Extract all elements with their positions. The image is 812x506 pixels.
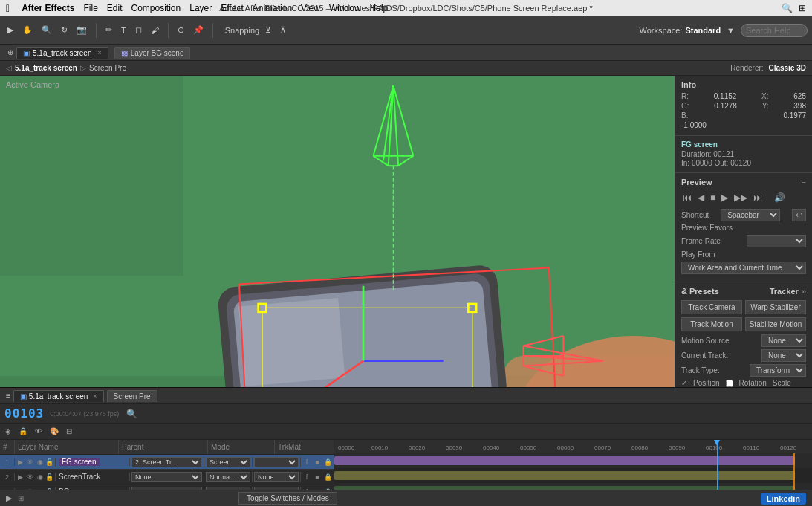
tool-hand[interactable]: ✋ xyxy=(19,24,36,36)
preview-menu-icon: ≡ xyxy=(802,178,806,186)
track-motion-btn[interactable]: Track Motion xyxy=(681,317,742,331)
renderer-label: Renderer: Classic 3D xyxy=(730,64,806,72)
layer-area: # Layer Name Parent Mode TrkMat 1 ▶ 👁 ◉ … xyxy=(0,440,812,490)
timeline-tab-1[interactable]: ▣ 5.1a_track screen × xyxy=(13,390,104,402)
timeline-area: ≡ ▣ 5.1a_track screen × Screen Pre 00103… xyxy=(0,387,812,506)
tool-puppet[interactable]: 📌 xyxy=(190,24,207,36)
comp-toggle[interactable]: ⊕ xyxy=(4,47,16,58)
tool-camera[interactable]: 📷 xyxy=(74,24,90,36)
tl-tab2-label: Screen Pre xyxy=(114,392,151,400)
workspace-value: Standard xyxy=(685,26,721,35)
layer-lock2-2[interactable]: 🔒 xyxy=(323,473,332,481)
layer-tab-label: Layer BG scene xyxy=(131,49,184,57)
layer-lock-1[interactable]: 🔓 xyxy=(45,458,53,467)
track-type-select[interactable]: Transform xyxy=(750,364,806,377)
preview-last[interactable]: ⏭ xyxy=(752,191,764,204)
status-expand-btn[interactable]: ▶ xyxy=(6,493,12,503)
layer-solo-2[interactable]: ◉ xyxy=(36,473,44,481)
tool-select[interactable]: ▶ xyxy=(4,24,16,36)
menu-file[interactable]: File xyxy=(83,3,97,13)
menu-layer[interactable]: Layer xyxy=(189,3,212,13)
tl-collapse-btn[interactable]: ⊟ xyxy=(64,426,74,436)
shortcut-dropdown[interactable]: Spacebar xyxy=(721,209,780,221)
tl-tab1-close[interactable]: × xyxy=(93,392,97,400)
timeline-toggle[interactable]: ≡ xyxy=(3,390,13,401)
layer-fx-2[interactable]: f xyxy=(302,473,311,481)
frame-rate-dropdown[interactable] xyxy=(747,235,806,247)
layer-lock2-1[interactable]: 🔒 xyxy=(323,458,332,467)
preview-prev-frame[interactable]: ◀ xyxy=(696,191,706,204)
tool-paint[interactable]: 🖌 xyxy=(148,25,162,36)
tool-anchor[interactable]: ⊕ xyxy=(175,24,187,36)
frame-rate-row: Frame Rate xyxy=(681,235,806,247)
layer-trikmat-1 xyxy=(253,457,301,467)
layer-row-1[interactable]: 1 ▶ 👁 ◉ 🔓 FG screen 2. Screen Tr... xyxy=(0,455,334,470)
comp-tab-close[interactable]: × xyxy=(98,49,102,56)
comp-duration: Duration: 00121 xyxy=(681,150,806,158)
layer-tab[interactable]: ▩ Layer BG scene xyxy=(114,47,191,59)
renderer-value: Classic 3D xyxy=(768,64,806,72)
layer-expand-1[interactable]: ▶ xyxy=(16,458,25,467)
layer-lock-2[interactable]: 🔓 xyxy=(45,473,53,481)
preview-stop[interactable]: ■ xyxy=(709,191,717,204)
current-track-select[interactable]: None xyxy=(761,349,806,362)
tl-search-btn[interactable]: 🔍 xyxy=(125,407,139,421)
layer-eye-2[interactable]: 👁 xyxy=(26,473,34,481)
layer-trikmat-select-2[interactable]: None xyxy=(254,472,299,482)
comp-tab[interactable]: ▣ 5.1a_track screen × xyxy=(16,47,108,59)
snapping-toggle-1[interactable]: ⊻ xyxy=(262,24,274,36)
tl-hide-btn[interactable]: 👁 xyxy=(33,426,45,436)
tracker-top-btns: Track Camera Warp Stabilizer xyxy=(681,300,806,314)
timecode[interactable]: 00103 xyxy=(4,406,44,421)
track-camera-btn[interactable]: Track Camera xyxy=(681,300,742,314)
tool-text[interactable]: T xyxy=(118,25,129,36)
menu-edit[interactable]: Edit xyxy=(107,3,123,13)
presets-header: & Presets xyxy=(681,287,719,296)
layer-eye-1[interactable]: 👁 xyxy=(26,458,34,467)
layer-parent-select-1[interactable]: 2. Screen Tr... xyxy=(131,457,202,467)
menu-composition[interactable]: Composition xyxy=(131,3,181,13)
tl-solo-btn[interactable]: ◈ xyxy=(3,426,13,436)
play-from-dropdown[interactable]: Work Area and Current Time xyxy=(681,262,806,274)
layer-solo-1[interactable]: ◉ xyxy=(36,458,44,467)
workspace-btn[interactable]: ▼ xyxy=(724,25,738,36)
r-value: 0.1152 xyxy=(714,92,737,100)
snapping-area: Snapping ⊻ ⊼ xyxy=(225,24,290,36)
search-help-input[interactable] xyxy=(741,24,808,37)
rotation-checkbox[interactable] xyxy=(726,380,733,387)
motion-source-select[interactable]: None xyxy=(761,334,806,347)
preview-next-frame[interactable]: ▶▶ xyxy=(733,191,749,204)
svg-text:00060: 00060 xyxy=(557,444,574,451)
y-label: Y: xyxy=(762,102,769,110)
timeline-tab-2[interactable]: Screen Pre xyxy=(107,390,157,402)
fullscreen-icon: ⊞ xyxy=(799,3,806,13)
layer-mode-select-1[interactable]: Screen xyxy=(206,457,250,467)
snapping-toggle-2[interactable]: ⊼ xyxy=(277,24,289,36)
comp-in-out: In: 00000 Out: 00120 xyxy=(681,159,806,167)
svg-text:00050: 00050 xyxy=(520,444,537,451)
tl-color-btn[interactable]: 🎨 xyxy=(48,426,61,436)
layer-expand-2[interactable]: ▶ xyxy=(16,473,25,481)
tool-pen[interactable]: ✏ xyxy=(103,24,115,36)
timeline-tabbar: ≡ ▣ 5.1a_track screen × Screen Pre xyxy=(0,388,812,404)
layer-mode-select-2[interactable]: Norma... xyxy=(206,472,250,482)
layer-fx-1[interactable]: f xyxy=(302,458,311,467)
warp-stabilizer-btn[interactable]: Warp Stabilizer xyxy=(745,300,806,314)
shortcut-icon-btn[interactable]: ↩ xyxy=(792,209,806,221)
tool-rotate[interactable]: ↻ xyxy=(58,24,71,36)
layer-trikmat-select-1[interactable] xyxy=(254,457,299,467)
preview-audio[interactable]: 🔊 xyxy=(773,191,787,204)
tool-zoom[interactable]: 🔍 xyxy=(39,24,55,36)
toggle-switches-btn[interactable]: Toggle Switches / Modes xyxy=(238,492,337,505)
layer-parent-select-2[interactable]: None xyxy=(131,472,202,482)
tracker-header: Tracker xyxy=(770,287,799,296)
layer-row-2[interactable]: 2 ▶ 👁 ◉ 🔓 ScreenTrack None N xyxy=(0,470,334,484)
preview-first[interactable]: ⏮ xyxy=(681,191,693,204)
preview-play[interactable]: ▶ xyxy=(720,191,730,204)
layer-col-2[interactable]: ■ xyxy=(313,473,322,481)
tl-lock-btn[interactable]: 🔒 xyxy=(16,426,30,436)
tool-shape[interactable]: ◻ xyxy=(132,24,145,36)
timeline-right[interactable]: 00000 00010 00020 00030 00040 00050 0006… xyxy=(334,440,812,490)
layer-col-1[interactable]: ■ xyxy=(313,458,322,467)
stabilize-motion-btn[interactable]: Stabilize Motion xyxy=(745,317,806,331)
